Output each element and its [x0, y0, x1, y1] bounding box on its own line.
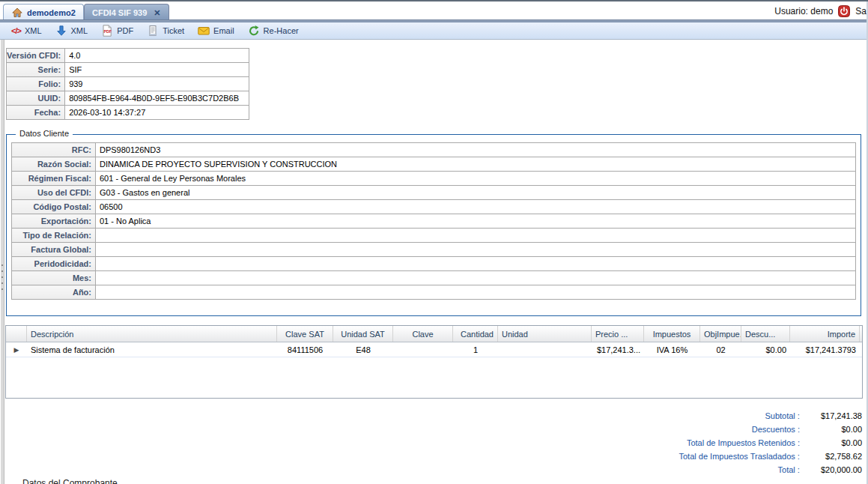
field-value: 601 - General de Ley Personas Morales [96, 172, 856, 186]
table-row[interactable]: ▶ Sistema de facturación 84111506 E48 1 … [6, 342, 862, 357]
field-value: DINAMICA DE PROYECTO SUPERVISION Y CONST… [96, 157, 856, 172]
table-row: Tipo de Relación: [12, 229, 856, 243]
field-label: RFC: [12, 143, 96, 157]
total-label: Descuentos : [752, 425, 800, 434]
field-value [96, 271, 856, 285]
client-fieldset: Datos Cliente RFC: DPS980126ND3 Razón So… [6, 134, 861, 316]
row-expander-icon[interactable]: ▶ [6, 342, 27, 357]
cell-cantidad: 1 [453, 342, 498, 357]
grid-header-unidad[interactable]: Unidad [498, 326, 592, 342]
panel-splitter[interactable] [1, 40, 4, 484]
grid-header-expander [6, 326, 27, 342]
grid-header-descripcion[interactable]: Descripción [27, 326, 277, 342]
redo-icon [248, 25, 260, 37]
grid-header-importe[interactable]: Importe [790, 326, 860, 342]
tab-doc-label: CFDI4 SIF 939 [92, 8, 147, 17]
view-xml-label: XML [25, 26, 42, 35]
table-row: Código Postal: 06500 [12, 200, 856, 214]
field-label: Uso del CFDI: [12, 186, 96, 200]
tab-cfdi4-sif-939[interactable]: CFDI4 SIF 939 ✕ [84, 4, 169, 21]
total-value: $0.00 [802, 423, 862, 436]
table-row: RFC: DPS980126ND3 [12, 143, 856, 157]
total-line-retenidos: Total de Impuestos Retenidos : $0.00 [679, 436, 863, 450]
client-info-table: RFC: DPS980126ND3 Razón Social: DINAMICA… [11, 142, 856, 300]
total-value: $0.00 [802, 436, 862, 450]
table-row: Régimen Fiscal: 601 - General de Ley Per… [12, 172, 856, 186]
table-row: Mes: [12, 271, 856, 285]
email-icon [198, 25, 210, 37]
table-row: Exportación: 01 - No Aplica [12, 214, 856, 229]
cell-clave-sat: 84111506 [277, 342, 333, 357]
cell-objimpuesto: 02 [700, 342, 741, 357]
client-fieldset-legend: Datos Cliente [16, 129, 73, 138]
invoice-info-table: Versión CFDI: 4.0 Serie: SIF Folio: 939 … [6, 48, 249, 120]
view-xml-button[interactable]: </> XML [4, 23, 49, 38]
total-value: $20,000.00 [802, 463, 862, 477]
logout-label[interactable]: Sa [855, 6, 867, 16]
field-label: Régimen Fiscal: [12, 172, 96, 186]
grid-header-clave[interactable]: Clave [393, 326, 453, 342]
field-value: 4.0 [65, 49, 249, 63]
redo-label: Re-Hacer [264, 26, 299, 35]
download-xml-button[interactable]: XML [49, 23, 95, 38]
field-label: Peridodicidad: [12, 257, 96, 271]
grid-header-unidad-sat[interactable]: Unidad SAT [333, 326, 393, 342]
grid-header-clave-sat[interactable]: Clave SAT [277, 326, 333, 342]
field-value [96, 257, 856, 271]
table-row: Folio: 939 [7, 77, 249, 91]
total-label: Total de Impuestos Retenidos : [687, 438, 800, 447]
field-label: Exportación: [12, 214, 96, 229]
field-value [96, 243, 856, 257]
tab-home-demodemo2[interactable]: demodemo2 [3, 4, 84, 21]
download-arrow-icon [55, 25, 67, 37]
redo-button[interactable]: Re-Hacer [241, 23, 306, 38]
field-label: UUID: [7, 91, 65, 106]
grid-header: Descripción Clave SAT Unidad SAT Clave C… [6, 326, 862, 342]
cfdi-viewer-app: demodemo2 CFDI4 SIF 939 ✕ Usuario: demo … [0, 0, 868, 484]
table-row: Año: [12, 285, 856, 300]
close-icon[interactable]: ✕ [154, 8, 160, 18]
grid-header-objimpuesto[interactable]: ObjImpue... [700, 326, 741, 342]
grid-header-descuento[interactable]: Descu... [741, 326, 790, 342]
table-row: Fecha: 2026-03-10 14:37:27 [7, 106, 249, 120]
download-xml-label: XML [71, 26, 88, 35]
total-value: $2,758.62 [802, 450, 862, 463]
tab-home-label: demodemo2 [27, 8, 76, 17]
toolbar: </> XML XML PDF PDF Ticket [0, 22, 868, 40]
email-button[interactable]: Email [191, 23, 241, 38]
table-row: Factura Global: [12, 243, 856, 257]
grid-header-impuestos[interactable]: Impuestos [644, 326, 700, 342]
line-items-grid: Descripción Clave SAT Unidad SAT Clave C… [5, 325, 863, 399]
cell-unidad-sat: E48 [333, 342, 393, 357]
table-row: Versión CFDI: 4.0 [7, 49, 249, 63]
cell-importe: $17,241.3793 [790, 342, 860, 357]
field-label: Tipo de Relación: [12, 229, 96, 243]
cell-descuento: $0.00 [741, 342, 790, 357]
cell-precio: $17,241.3... [592, 342, 644, 357]
field-value: 01 - No Aplica [96, 214, 856, 229]
user-label: Usuario: demo [774, 6, 833, 16]
field-label: Razón Social: [12, 157, 96, 172]
pdf-label: PDF [117, 26, 133, 35]
field-label: Año: [12, 285, 96, 300]
field-label: Código Postal: [12, 200, 96, 214]
totals-panel: Subtotal : $17,241.38 Descuentos : $0.00… [679, 409, 863, 477]
pdf-button[interactable]: PDF PDF [94, 23, 140, 38]
home-icon [11, 7, 23, 19]
grid-header-precio[interactable]: Precio ... [592, 326, 644, 342]
svg-text:PDF: PDF [104, 29, 112, 34]
cell-descripcion: Sistema de facturación [27, 342, 277, 357]
total-label: Total de Impuestos Trasladados : [679, 452, 800, 461]
table-row: UUID: 809854FB-E964-4B0D-9EF5-E90B3C7D2B… [7, 91, 249, 106]
field-value: 809854FB-E964-4B0D-9EF5-E90B3C7D2B6B [65, 91, 249, 106]
power-icon[interactable] [838, 5, 850, 17]
grid-header-cantidad[interactable]: Cantidad [453, 326, 498, 342]
cell-impuestos: IVA 16% [644, 342, 700, 357]
tab-bar: demodemo2 CFDI4 SIF 939 ✕ Usuario: demo … [0, 1, 868, 21]
comprobante-fieldset-legend: Datos del Comprobante [22, 478, 118, 484]
table-row: Peridodicidad: [12, 257, 856, 271]
table-row: Serie: SIF [7, 63, 249, 77]
ticket-button[interactable]: Ticket [140, 23, 191, 38]
field-label: Fecha: [7, 106, 65, 120]
field-value: SIF [65, 63, 249, 77]
